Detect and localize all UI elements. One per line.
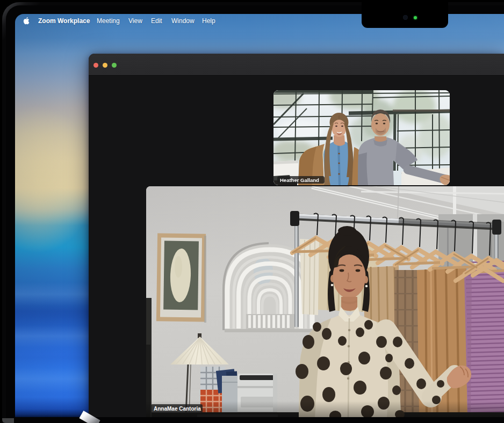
svg-text:Heather Galland: Heather Galland xyxy=(280,177,319,183)
svg-text:AnnaMae Cantoria: AnnaMae Cantoria xyxy=(154,406,201,412)
